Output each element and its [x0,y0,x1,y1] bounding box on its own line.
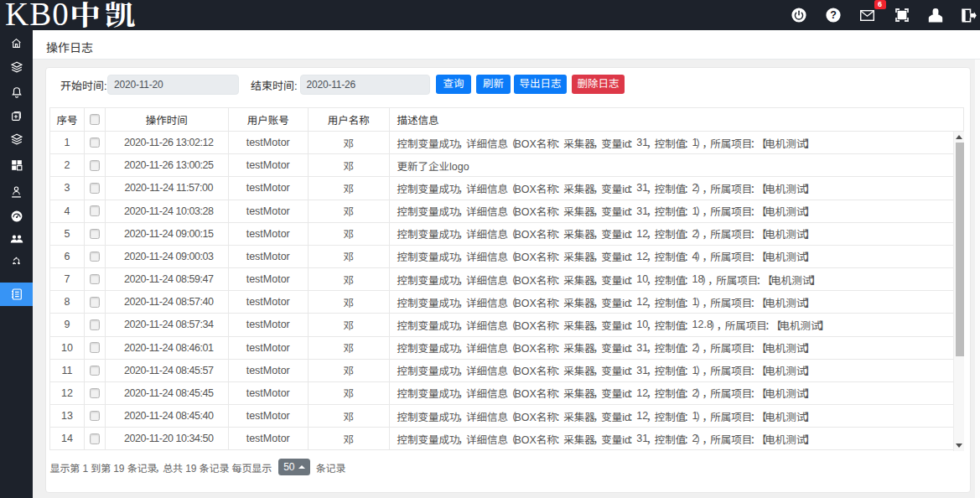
svg-text:?: ? [830,9,837,21]
